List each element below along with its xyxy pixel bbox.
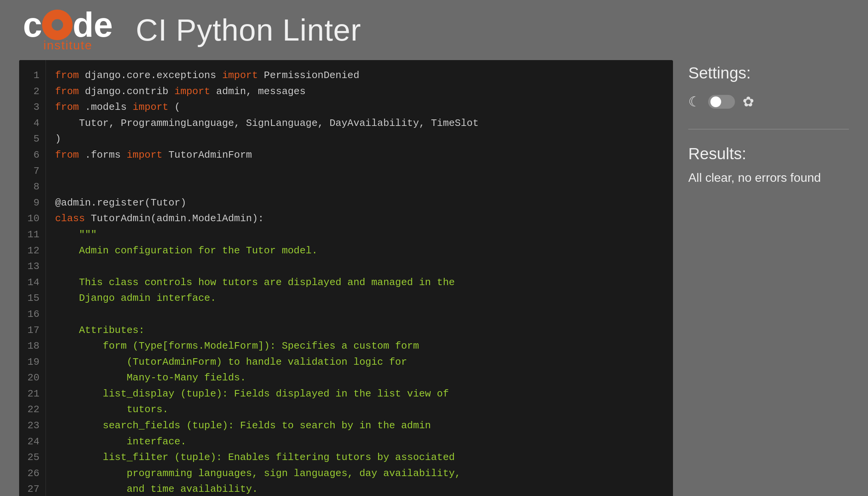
sun-icon: ✿: [743, 94, 754, 110]
ln-27: 27: [27, 481, 39, 496]
ln-9: 9: [27, 195, 39, 211]
ln-26: 26: [27, 466, 39, 482]
code-line-14: This class controls how tutors are displ…: [55, 275, 664, 291]
ln-4: 4: [27, 116, 39, 132]
logo-letter-e: e: [94, 8, 113, 42]
code-line-16: [55, 307, 664, 323]
ln-14: 14: [27, 275, 39, 291]
code-line-17: Attributes:: [55, 323, 664, 339]
code-line-9: @admin.register(Tutor): [55, 195, 664, 211]
logo-text: c d e: [23, 8, 113, 42]
code-line-15: Django admin interface.: [55, 290, 664, 307]
ln-5: 5: [27, 131, 39, 147]
ln-2: 2: [27, 84, 39, 100]
code-line-1: from django.core.exceptions import Permi…: [55, 68, 664, 84]
code-line-19: (TutorAdminForm) to handle validation lo…: [55, 354, 664, 370]
code-line-2: from django.contrib import admin, messag…: [55, 84, 664, 100]
logo-letter-c: c: [23, 8, 42, 42]
ln-16: 16: [27, 307, 39, 323]
right-panel: Settings: ☾ ✿ Results: All clear, no err…: [688, 60, 849, 496]
ln-23: 23: [27, 418, 39, 434]
code-line-22: tutors.: [55, 402, 664, 418]
code-line-13: [55, 259, 664, 275]
logo-letter-o: [42, 8, 73, 42]
code-line-8: [55, 179, 664, 195]
page-title: CI Python Linter: [136, 13, 361, 48]
ln-12: 12: [27, 243, 39, 259]
code-line-18: form (Type[forms.ModelForm]): Specifies …: [55, 338, 664, 354]
code-line-7: [55, 163, 664, 179]
theme-controls: ☾ ✿: [688, 90, 849, 114]
code-lines: from django.core.exceptions import Permi…: [46, 60, 673, 496]
code-line-4: Tutor, ProgrammingLanguage, SignLanguage…: [55, 116, 664, 132]
code-line-10: class TutorAdmin(admin.ModelAdmin):: [55, 211, 664, 227]
code-line-23: search_fields (tuple): Fields to search …: [55, 418, 664, 434]
logo-letter-d: d: [73, 8, 94, 42]
ln-21: 21: [27, 386, 39, 402]
line-numbers: 1 2 3 4 5 6 7 8 9 10 11 12 13 14 15 16 1…: [19, 60, 46, 496]
ln-3: 3: [27, 100, 39, 116]
settings-section: Settings: ☾ ✿: [688, 64, 849, 114]
header: c d e institute CI Python Linter: [0, 0, 868, 60]
code-line-20: Many-to-Many fields.: [55, 370, 664, 386]
settings-title: Settings:: [688, 64, 849, 82]
ln-11: 11: [27, 227, 39, 243]
code-editor: 1 2 3 4 5 6 7 8 9 10 11 12 13 14 15 16 1…: [19, 60, 673, 496]
toggle-knob: [710, 96, 721, 107]
ln-7: 7: [27, 163, 39, 179]
ln-10: 10: [27, 211, 39, 227]
ln-22: 22: [27, 402, 39, 418]
ln-17: 17: [27, 323, 39, 339]
code-line-11: """: [55, 227, 664, 243]
results-section: Results: All clear, no errors found: [688, 145, 849, 185]
results-title: Results:: [688, 145, 849, 163]
code-line-12: Admin configuration for the Tutor model.: [55, 243, 664, 259]
theme-toggle[interactable]: [708, 95, 735, 109]
main-content: 1 2 3 4 5 6 7 8 9 10 11 12 13 14 15 16 1…: [0, 60, 868, 496]
code-line-26: programming languages, sign languages, d…: [55, 466, 664, 482]
code-line-3: from .models import (: [55, 100, 664, 116]
ln-13: 13: [27, 259, 39, 275]
ln-24: 24: [27, 434, 39, 450]
results-message: All clear, no errors found: [688, 171, 849, 185]
code-line-5: ): [55, 131, 664, 147]
ln-20: 20: [27, 370, 39, 386]
ln-6: 6: [27, 147, 39, 163]
code-line-24: interface.: [55, 434, 664, 450]
code-line-6: from .forms import TutorAdminForm: [55, 147, 664, 163]
ln-8: 8: [27, 179, 39, 195]
moon-icon: ☾: [688, 94, 701, 110]
ln-18: 18: [27, 338, 39, 354]
code-line-27: and time availability.: [55, 481, 664, 496]
ln-25: 25: [27, 450, 39, 466]
ln-1: 1: [27, 68, 39, 84]
divider: [688, 129, 849, 129]
code-line-25: list_filter (tuple): Enables filtering t…: [55, 450, 664, 466]
code-line-21: list_display (tuple): Fields displayed i…: [55, 386, 664, 402]
ln-15: 15: [27, 290, 39, 307]
logo: c d e institute: [23, 8, 113, 52]
ln-19: 19: [27, 354, 39, 370]
